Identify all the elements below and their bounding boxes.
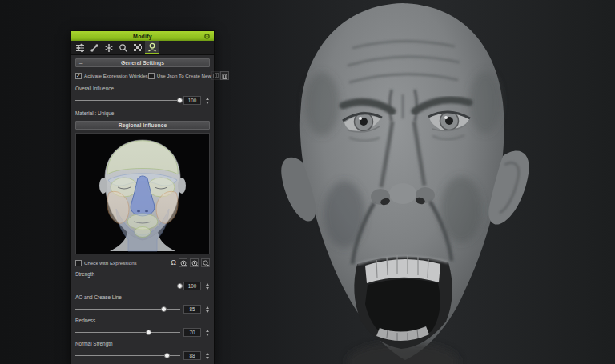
bone-icon[interactable] xyxy=(87,41,102,54)
general-settings-header[interactable]: – General Settings xyxy=(75,58,210,67)
overall-influence-label: Overall Influence xyxy=(75,86,210,91)
spin-up-icon[interactable] xyxy=(206,330,209,332)
regional-influence-face-map[interactable] xyxy=(75,133,210,254)
viewport: Modify xyxy=(0,0,615,364)
face-icon[interactable] xyxy=(145,41,159,54)
region-add-icon[interactable] xyxy=(201,258,210,267)
overall-influence-spinner[interactable] xyxy=(204,98,210,104)
normal-strength-spinner[interactable] xyxy=(204,353,210,359)
normal-strength-group: Normal Strength 88 xyxy=(75,341,210,360)
checkbox-label: Check with Expressions xyxy=(84,260,137,266)
slider-handle[interactable] xyxy=(177,98,183,103)
mouth xyxy=(354,255,452,349)
redness-value[interactable]: 70 xyxy=(183,328,201,337)
regional-influence-header[interactable]: – Regional Influence xyxy=(75,121,210,130)
modify-panel: Modify xyxy=(70,30,215,364)
spin-up-icon[interactable] xyxy=(206,306,209,309)
search-icon[interactable] xyxy=(116,41,131,54)
map-right-ear xyxy=(178,178,186,194)
ao-crease-label: AO and Crease Line xyxy=(75,294,210,300)
strength-group: Strength 100 xyxy=(75,271,210,290)
collapse-regional-icon[interactable]: – xyxy=(79,122,82,130)
head-icon[interactable]: Ω xyxy=(171,259,176,266)
spin-up-icon[interactable] xyxy=(206,353,209,355)
spin-down-icon[interactable] xyxy=(206,102,209,104)
normal-strength-slider[interactable] xyxy=(75,353,180,358)
strength-value[interactable]: 100 xyxy=(183,282,201,290)
redness-slider-row: 70 xyxy=(75,328,210,337)
checkbox-box[interactable]: ✓ xyxy=(75,73,82,79)
panel-title: Modify xyxy=(133,34,152,39)
strength-label: Strength xyxy=(75,271,210,277)
redness-spinner[interactable] xyxy=(204,330,210,336)
slider-handle[interactable] xyxy=(146,330,151,335)
sliders-icon[interactable] xyxy=(73,41,87,54)
regional-influence-title: Regional Influence xyxy=(119,122,167,128)
spin-up-icon[interactable] xyxy=(206,283,209,286)
general-settings-title: General Settings xyxy=(121,60,164,66)
material-label: Material : Unique xyxy=(75,110,210,116)
spin-up-icon[interactable] xyxy=(206,98,209,100)
region-visibility-alt-icon[interactable] xyxy=(190,258,199,267)
map-region-chin[interactable] xyxy=(135,227,151,238)
panel-options-gear-icon[interactable] xyxy=(203,33,211,40)
normal-strength-value[interactable]: 88 xyxy=(183,351,201,360)
check-with-expressions-checkbox[interactable]: Check with Expressions xyxy=(75,260,137,266)
spin-down-icon[interactable] xyxy=(206,357,209,359)
slider-handle[interactable] xyxy=(161,306,167,312)
face-map-graphic xyxy=(82,135,203,252)
checkbox-box[interactable] xyxy=(148,73,155,79)
panel-body: – General Settings ✓ Activate Expression… xyxy=(71,55,214,364)
strength-spinner[interactable] xyxy=(204,283,210,290)
panel-titlebar[interactable]: Modify xyxy=(71,31,214,41)
ao-crease-group: AO and Crease Line 85 xyxy=(75,294,210,314)
checkbox-label: Activate Expression Wrinkles xyxy=(84,73,148,78)
ao-crease-spinner[interactable] xyxy=(204,306,210,313)
ao-crease-slider-row: 85 xyxy=(75,305,210,314)
redness-label: Redness xyxy=(75,318,210,323)
checkbox-box[interactable] xyxy=(75,260,82,266)
slider-handle[interactable] xyxy=(164,353,170,358)
collapse-general-icon[interactable]: – xyxy=(79,59,82,67)
spin-down-icon[interactable] xyxy=(206,334,209,336)
overall-influence-slider-row: 100 xyxy=(75,96,210,105)
regional-tools-row: Check with Expressions Ω xyxy=(75,258,210,267)
strength-slider[interactable] xyxy=(75,283,180,289)
normal-strength-slider-row: 88 xyxy=(75,351,210,360)
redness-slider[interactable] xyxy=(75,330,180,335)
spin-down-icon[interactable] xyxy=(206,310,209,313)
slider-handle[interactable] xyxy=(177,283,183,289)
general-checkbox-row: ✓ Activate Expression Wrinkles Use Json … xyxy=(75,71,210,80)
region-tool-buttons: Ω xyxy=(171,258,210,267)
normal-strength-label: Normal Strength xyxy=(75,341,210,346)
use-json-to-create-new-checkbox[interactable]: Use Json To Create New xyxy=(148,73,211,79)
ao-crease-value[interactable]: 85 xyxy=(183,305,201,314)
redness-group: Redness 70 xyxy=(75,318,210,337)
map-left-ear xyxy=(99,178,107,194)
trash-icon[interactable] xyxy=(220,71,229,80)
activate-expression-wrinkles-checkbox[interactable]: ✓ Activate Expression Wrinkles xyxy=(75,73,148,79)
spin-down-icon[interactable] xyxy=(206,287,209,290)
overall-influence-value[interactable]: 100 xyxy=(183,96,201,105)
checkbox-label: Use Json To Create New xyxy=(157,73,211,78)
checkmark-icon: ✓ xyxy=(76,73,81,78)
ao-crease-slider[interactable] xyxy=(75,306,180,312)
strength-slider-row: 100 xyxy=(75,282,210,290)
overall-influence-slider[interactable] xyxy=(75,98,180,103)
region-visibility-icon[interactable] xyxy=(179,258,187,267)
flower-icon[interactable] xyxy=(102,41,116,54)
copy-icon[interactable] xyxy=(211,71,220,80)
checker-icon[interactable] xyxy=(131,41,145,54)
screaming-head-render xyxy=(223,0,615,364)
panel-toolbar xyxy=(71,41,214,55)
